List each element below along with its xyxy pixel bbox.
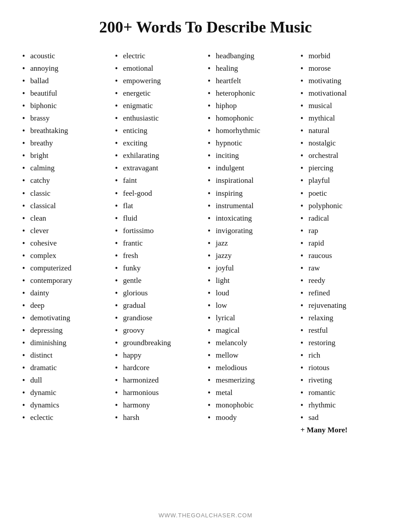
list-item: demotivating bbox=[22, 312, 111, 324]
list-item: groovy bbox=[115, 324, 204, 337]
list-item: fortissimo bbox=[115, 225, 204, 237]
list-item: inspirational bbox=[208, 174, 296, 187]
word-list-3: headbanginghealingheartfeltheterophonich… bbox=[208, 50, 296, 424]
list-item: biphonic bbox=[22, 100, 111, 112]
list-item: distinct bbox=[22, 349, 111, 362]
list-item: funky bbox=[115, 262, 204, 274]
list-item: exhilarating bbox=[115, 149, 204, 162]
list-item: mythical bbox=[301, 112, 389, 125]
list-item: contemporary bbox=[22, 274, 111, 287]
list-item: morose bbox=[301, 62, 389, 75]
list-item: lyrical bbox=[208, 312, 296, 324]
list-item: gentle bbox=[115, 274, 204, 287]
list-item: raucous bbox=[301, 250, 389, 262]
list-item: orchestral bbox=[301, 149, 389, 162]
list-item: groundbreaking bbox=[115, 337, 204, 349]
list-item: invigorating bbox=[208, 225, 296, 237]
list-item: frantic bbox=[115, 237, 204, 250]
list-item: riveting bbox=[301, 374, 389, 387]
list-item: ballad bbox=[22, 75, 111, 87]
list-item: dynamics bbox=[22, 399, 111, 411]
list-item: heartfelt bbox=[208, 75, 296, 87]
list-item: light bbox=[208, 274, 296, 287]
list-item: playful bbox=[301, 174, 389, 187]
list-item: restful bbox=[301, 324, 389, 337]
list-item: rejuvenating bbox=[301, 299, 389, 312]
list-item: romantic bbox=[301, 387, 389, 399]
list-item: healing bbox=[208, 62, 296, 75]
list-item: complex bbox=[22, 250, 111, 262]
list-item: homorhythmic bbox=[208, 125, 296, 137]
list-item: natural bbox=[301, 125, 389, 137]
list-item: moody bbox=[208, 411, 296, 424]
list-item: rap bbox=[301, 225, 389, 237]
word-list-1: acousticannoyingballadbeautifulbiphonicb… bbox=[22, 50, 111, 424]
list-item: harmonious bbox=[115, 387, 204, 399]
list-item: motivating bbox=[301, 75, 389, 87]
list-item: empowering bbox=[115, 75, 204, 87]
list-item: exciting bbox=[115, 137, 204, 149]
list-item: feel-good bbox=[115, 187, 204, 200]
list-item: enticing bbox=[115, 125, 204, 137]
list-item: fresh bbox=[115, 250, 204, 262]
list-item: clever bbox=[22, 225, 111, 237]
column-3: headbanginghealingheartfeltheterophonich… bbox=[208, 50, 296, 503]
list-item: loud bbox=[208, 287, 296, 299]
list-item: acoustic bbox=[22, 50, 111, 62]
list-item: cohesive bbox=[22, 237, 111, 250]
list-item: faint bbox=[115, 174, 204, 187]
column-1: acousticannoyingballadbeautifulbiphonicb… bbox=[22, 50, 111, 503]
footer-url: WWW.THEGOALCHASER.COM bbox=[22, 512, 389, 519]
list-item: intoxicating bbox=[208, 212, 296, 225]
column-4: morbidmorosemotivatingmotivationalmusica… bbox=[301, 50, 389, 503]
list-item: catchy bbox=[22, 174, 111, 187]
list-item: musical bbox=[301, 100, 389, 112]
list-item: rapid bbox=[301, 237, 389, 250]
list-item: melancoly bbox=[208, 337, 296, 349]
list-item: polyphonic bbox=[301, 200, 389, 212]
list-item: raw bbox=[301, 262, 389, 274]
list-item: depressing bbox=[22, 324, 111, 337]
list-item: hiphop bbox=[208, 100, 296, 112]
list-item: classic bbox=[22, 187, 111, 200]
word-list-2: electricemotionalempoweringenergeticenig… bbox=[115, 50, 204, 424]
list-item: eclectic bbox=[22, 411, 111, 424]
list-item: headbanging bbox=[208, 50, 296, 62]
list-item: glorious bbox=[115, 287, 204, 299]
list-item: flat bbox=[115, 200, 204, 212]
list-item: indulgent bbox=[208, 162, 296, 174]
list-item: classical bbox=[22, 200, 111, 212]
list-item: enthusiastic bbox=[115, 112, 204, 125]
list-item: enigmatic bbox=[115, 100, 204, 112]
list-item: rhythmic bbox=[301, 399, 389, 411]
list-item: heterophonic bbox=[208, 87, 296, 100]
list-item: hypnotic bbox=[208, 137, 296, 149]
list-item: radical bbox=[301, 212, 389, 225]
list-item: monophobic bbox=[208, 399, 296, 411]
list-item: emotional bbox=[115, 62, 204, 75]
list-item: harsh bbox=[115, 411, 204, 424]
list-item: reedy bbox=[301, 274, 389, 287]
list-item: motivational bbox=[301, 87, 389, 100]
list-item: rich bbox=[301, 349, 389, 362]
column-2: electricemotionalempoweringenergeticenig… bbox=[115, 50, 204, 503]
list-item: dull bbox=[22, 374, 111, 387]
list-item: refined bbox=[301, 287, 389, 299]
list-item: nostalgic bbox=[301, 137, 389, 149]
list-item: diminishing bbox=[22, 337, 111, 349]
list-item: inspiring bbox=[208, 187, 296, 200]
list-item: breathtaking bbox=[22, 125, 111, 137]
list-item: hardcore bbox=[115, 362, 204, 374]
list-item: deep bbox=[22, 299, 111, 312]
list-item: clean bbox=[22, 212, 111, 225]
list-item: joyful bbox=[208, 262, 296, 274]
list-item: relaxing bbox=[301, 312, 389, 324]
list-item: riotous bbox=[301, 362, 389, 374]
list-item: grandiose bbox=[115, 312, 204, 324]
list-item: gradual bbox=[115, 299, 204, 312]
list-item: dynamic bbox=[22, 387, 111, 399]
list-item: sad bbox=[301, 411, 389, 424]
columns-container: acousticannoyingballadbeautifulbiphonicb… bbox=[22, 50, 389, 503]
list-item: melodious bbox=[208, 362, 296, 374]
list-item: extravagant bbox=[115, 162, 204, 174]
